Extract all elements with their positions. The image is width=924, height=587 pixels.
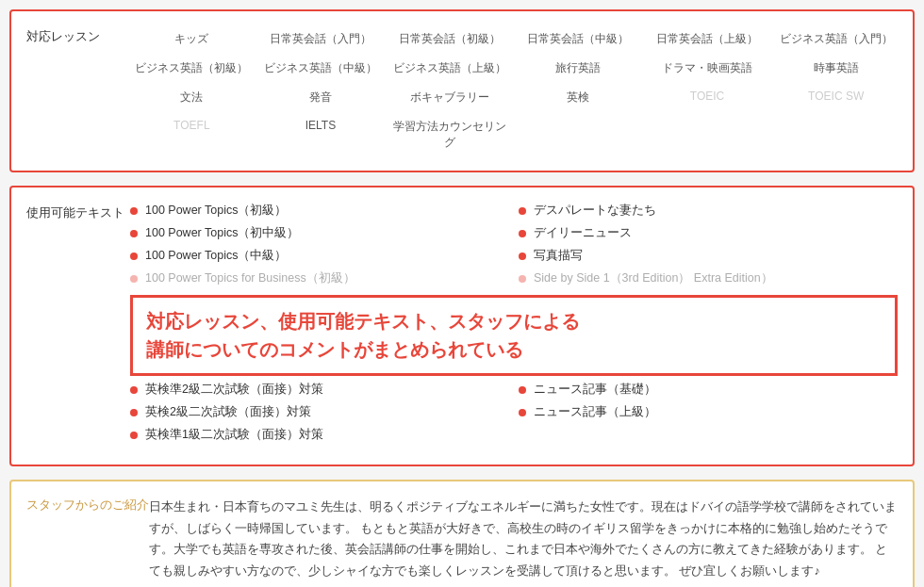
- lesson-item-empty: [774, 114, 898, 155]
- lesson-item: 日常英会話（中級）: [517, 26, 640, 52]
- textbook-name: ニュース記事（上級）: [534, 404, 656, 420]
- annotation-text: 対応レッスン、使用可能テキスト、スタッフによる 講師についてのコメントがまとめら…: [146, 307, 882, 364]
- lesson-item: 英検: [517, 85, 640, 110]
- bullet-icon: [130, 432, 138, 439]
- staff-label: スタッフからのご紹介: [26, 497, 149, 514]
- textbook-name: ニュース記事（基礎）: [534, 382, 656, 398]
- textbook-item: 100 Power Topics（初中級）: [130, 225, 509, 241]
- textbook-name: デイリーニュース: [534, 225, 632, 241]
- textbook-item: Side by Side 1（3rd Edition） Extra Editio…: [519, 270, 898, 286]
- textbooks-right-col-after: ニュース記事（基礎） ニュース記事（上級）: [519, 382, 898, 449]
- textbook-name: 100 Power Topics for Business（初級）: [145, 270, 355, 286]
- textbook-name: 英検準1級二次試験（面接）対策: [145, 427, 323, 443]
- textbooks-section: 使用可能テキスト 100 Power Topics（初級） 100 Power …: [9, 186, 915, 466]
- bullet-icon: [519, 386, 526, 394]
- textbook-name: 英検準2級二次試験（面接）対策: [145, 382, 323, 398]
- lesson-item: キッズ: [130, 26, 254, 52]
- textbook-item: デイリーニュース: [519, 225, 898, 241]
- bullet-icon: [519, 207, 526, 215]
- textbook-item: 英検2級二次試験（面接）対策: [130, 404, 509, 420]
- bullet-icon: [130, 230, 138, 237]
- lesson-item: 日常英会話（初級）: [388, 26, 511, 52]
- lesson-item: 日常英会話（入門）: [259, 26, 383, 52]
- textbooks-wrapper: 100 Power Topics（初級） 100 Power Topics（初中…: [130, 203, 898, 449]
- bullet-icon: [130, 275, 138, 283]
- textbook-name: 100 Power Topics（初級）: [145, 203, 287, 219]
- textbooks-lists-after: 英検準2級二次試験（面接）対策 英検2級二次試験（面接）対策 英検準1級二次試験…: [130, 382, 898, 449]
- textbooks-right-col: デスパレートな妻たち デイリーニュース 写真描写 Side by Side 1（…: [519, 203, 898, 293]
- textbook-item: 英検準1級二次試験（面接）対策: [130, 427, 509, 443]
- textbook-name: デスパレートな妻たち: [534, 203, 656, 219]
- lessons-label: 対応レッスン: [26, 26, 130, 45]
- staff-section: スタッフからのご紹介 日本生まれ・日本育ちのマユミ先生は、明るくポジティブなエネ…: [9, 480, 915, 587]
- textbook-item: 100 Power Topics（中級）: [130, 248, 509, 264]
- lesson-item: IELTS: [259, 114, 383, 155]
- lesson-item: 時事英語: [774, 56, 898, 81]
- bullet-icon: [130, 409, 138, 416]
- lesson-item-empty: [646, 114, 769, 155]
- lesson-item-disabled: TOEIC: [646, 85, 769, 110]
- textbook-item: 100 Power Topics（初級）: [130, 203, 509, 219]
- bullet-icon: [130, 386, 138, 394]
- textbooks-left-col-after: 英検準2級二次試験（面接）対策 英検2級二次試験（面接）対策 英検準1級二次試験…: [130, 382, 509, 449]
- bullet-icon: [130, 253, 138, 260]
- lesson-item: ビジネス英語（上級）: [388, 56, 511, 81]
- lesson-item: ビジネス英語（初級）: [130, 56, 254, 81]
- staff-text: 日本生まれ・日本育ちのマユミ先生は、明るくポジティブなエネルギーに満ちた女性です…: [149, 497, 898, 581]
- lesson-item: ボキャブラリー: [388, 85, 511, 110]
- textbook-name: 写真描写: [534, 248, 583, 264]
- textbook-name: 100 Power Topics（中級）: [145, 248, 287, 264]
- lesson-item: ドラマ・映画英語: [646, 56, 769, 81]
- bullet-icon: [519, 409, 526, 416]
- lesson-item: 日常英会話（上級）: [646, 26, 769, 52]
- lesson-item-empty: [517, 114, 640, 155]
- textbook-item: 100 Power Topics for Business（初級）: [130, 270, 509, 286]
- textbooks-lists-top: 100 Power Topics（初級） 100 Power Topics（初中…: [130, 203, 898, 293]
- lesson-item-disabled: TOEIC SW: [774, 85, 898, 110]
- lesson-item: 発音: [259, 85, 383, 110]
- textbook-name: 100 Power Topics（初中級）: [145, 225, 299, 241]
- bullet-icon: [519, 253, 526, 260]
- lesson-item: ビジネス英語（入門）: [774, 26, 898, 52]
- textbook-name: Side by Side 1（3rd Edition） Extra Editio…: [534, 270, 773, 286]
- lesson-item: 旅行英語: [517, 56, 640, 81]
- lesson-item: ビジネス英語（中級）: [259, 56, 383, 81]
- textbook-name: 英検2級二次試験（面接）対策: [145, 404, 311, 420]
- textbook-item: デスパレートな妻たち: [519, 203, 898, 219]
- lessons-grid: キッズ 日常英会話（入門） 日常英会話（初級） 日常英会話（中級） 日常英会話（…: [130, 26, 898, 155]
- bullet-icon: [519, 230, 526, 237]
- lesson-item-disabled: TOEFL: [130, 114, 254, 155]
- textbooks-left-col: 100 Power Topics（初級） 100 Power Topics（初中…: [130, 203, 509, 293]
- lesson-item: 学習方法カウンセリング: [388, 114, 511, 155]
- textbook-item: ニュース記事（上級）: [519, 404, 898, 420]
- bullet-icon: [130, 207, 138, 215]
- lesson-item: 文法: [130, 85, 254, 110]
- bullet-icon: [519, 275, 526, 283]
- textbook-item: 英検準2級二次試験（面接）対策: [130, 382, 509, 398]
- textbook-item: 写真描写: [519, 248, 898, 264]
- annotation-box: 対応レッスン、使用可能テキスト、スタッフによる 講師についてのコメントがまとめら…: [130, 295, 898, 376]
- lessons-section: 対応レッスン キッズ 日常英会話（入門） 日常英会話（初級） 日常英会話（中級）…: [9, 9, 915, 172]
- textbook-item: ニュース記事（基礎）: [519, 382, 898, 398]
- textbooks-label: 使用可能テキスト: [26, 203, 130, 221]
